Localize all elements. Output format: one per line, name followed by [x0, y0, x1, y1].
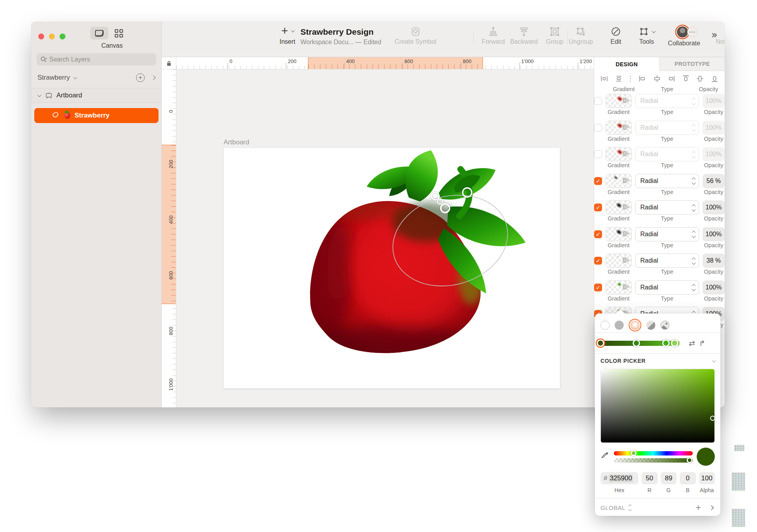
gradient-type-select[interactable]: Radial — [635, 227, 699, 241]
fill-gradient-button-selected[interactable] — [630, 321, 640, 330]
red-field[interactable]: 50 — [641, 472, 658, 484]
gradient-thumbnail[interactable] — [606, 200, 632, 215]
drawing-layer-icon — [52, 112, 60, 119]
reverse-gradient-icon[interactable]: ⇄ — [689, 340, 695, 347]
eyedropper-button[interactable] — [600, 451, 610, 462]
chevron-right-icon[interactable] — [709, 505, 714, 510]
opacity-field[interactable]: 100% — [703, 94, 725, 108]
add-page-button[interactable]: + — [136, 73, 145, 82]
alpha-handle[interactable] — [687, 457, 693, 463]
hue-handle[interactable] — [631, 450, 637, 456]
gradient-stop[interactable] — [634, 341, 639, 346]
add-global-color-button[interactable]: + — [695, 502, 701, 513]
opacity-field[interactable]: 100% — [703, 200, 725, 215]
align-left-icon[interactable] — [638, 75, 647, 83]
gradient-type-select[interactable]: Radial — [635, 200, 699, 215]
fill-none-button[interactable] — [600, 321, 610, 330]
components-grid-icon[interactable] — [115, 29, 123, 37]
toolbar-overflow-button[interactable]: » — [711, 29, 718, 41]
search-input[interactable] — [49, 56, 153, 63]
opacity-field[interactable]: 100% — [703, 121, 725, 135]
ruler-vertical[interactable]: 02004006008001'000 — [162, 69, 176, 407]
gradient-enabled-checkbox[interactable] — [594, 97, 602, 105]
gradient-enabled-checkbox[interactable] — [594, 150, 602, 158]
insert-button[interactable]: + Insert — [274, 26, 301, 45]
layer-list-item-artboard[interactable]: Artboard — [31, 88, 161, 103]
gradient-type-select[interactable]: Radial — [635, 254, 699, 268]
align-bottom-icon[interactable] — [710, 75, 719, 83]
canvas-view-button[interactable] — [90, 27, 108, 39]
create-symbol-button[interactable]: Create Symbol — [392, 26, 439, 45]
artboard-icon — [45, 91, 53, 99]
green-field[interactable]: 89 — [661, 472, 677, 484]
gradient-thumbnail[interactable] — [606, 121, 632, 135]
search-field[interactable] — [37, 53, 156, 65]
stepper-chevrons-icon — [692, 204, 695, 211]
gradient-enabled-checkbox[interactable] — [594, 177, 602, 185]
artboard-canvas-label[interactable]: Artboard — [224, 138, 249, 146]
tab-design[interactable]: DESIGN — [594, 57, 659, 71]
zoom-window-button[interactable] — [60, 34, 65, 39]
hue-slider[interactable] — [614, 451, 693, 455]
align-middle-vertical-icon[interactable] — [696, 75, 704, 83]
alpha-field[interactable]: 100 — [699, 472, 715, 484]
gradient-enabled-checkbox[interactable] — [594, 230, 602, 238]
sort-chevrons-icon[interactable] — [629, 505, 631, 511]
gradient-thumbnail[interactable] — [606, 280, 632, 295]
alpha-slider[interactable] — [614, 458, 693, 463]
ruler-lock-corner[interactable] — [162, 57, 176, 69]
opacity-field[interactable]: 38 % — [703, 254, 725, 268]
gradient-type-select[interactable]: Radial — [635, 121, 699, 135]
distribute-vertically-icon[interactable] — [615, 75, 623, 83]
close-window-button[interactable] — [38, 34, 44, 39]
gradient-type-select[interactable]: Radial — [635, 174, 699, 188]
gradient-handle[interactable] — [432, 192, 439, 200]
gradient-thumbnail[interactable] — [606, 94, 632, 108]
opacity-field[interactable]: 100% — [703, 227, 725, 241]
fill-image-button[interactable] — [660, 321, 669, 330]
opacity-field[interactable]: 100% — [703, 147, 725, 161]
hex-field[interactable]: # 325900 — [600, 472, 638, 484]
minimize-window-button[interactable] — [49, 34, 55, 39]
artboard[interactable] — [224, 148, 560, 388]
saturation-handle[interactable] — [710, 416, 715, 421]
chevron-right-icon[interactable] — [151, 75, 155, 80]
gradient-type-select[interactable]: Radial — [635, 147, 699, 161]
more-options-icon[interactable] — [629, 75, 632, 83]
rotate-gradient-icon[interactable]: ↱ — [699, 340, 705, 347]
gradient-enabled-checkbox[interactable] — [594, 124, 602, 132]
gradient-stop[interactable] — [663, 341, 668, 346]
blue-field[interactable]: 0 — [680, 472, 696, 484]
opacity-field[interactable]: 56 % — [703, 174, 725, 188]
gradient-enabled-checkbox[interactable] — [594, 284, 602, 291]
gradient-handle[interactable] — [438, 199, 443, 204]
layer-list-item-strawberry-selected[interactable]: Strawberry — [34, 108, 158, 123]
canvas-area[interactable]: 02004006008001'0001'200 02004006008001'0… — [162, 57, 594, 407]
strawberry-artwork[interactable] — [224, 148, 560, 388]
ruler-horizontal[interactable]: 02004006008001'0001'200 — [176, 57, 594, 69]
gradient-thumbnail[interactable] — [606, 174, 632, 188]
collaborate-button[interactable]: ••• Collaborate — [660, 26, 708, 47]
gradient-type-select[interactable]: Radial — [635, 94, 699, 108]
gradient-thumbnail[interactable] — [606, 147, 632, 161]
gradient-stop[interactable] — [672, 341, 677, 346]
distribute-horizontally-icon[interactable] — [600, 75, 608, 83]
gradient-type-select[interactable]: Radial — [635, 280, 699, 295]
gradient-enabled-checkbox[interactable] — [594, 257, 602, 265]
gradient-stop[interactable] — [598, 341, 603, 346]
gradient-thumbnail[interactable] — [606, 254, 632, 268]
page-name[interactable]: Strawberry — [37, 74, 70, 82]
fill-pattern-button[interactable] — [646, 321, 655, 330]
fill-solid-button[interactable] — [615, 321, 624, 330]
align-right-icon[interactable] — [667, 75, 675, 83]
align-center-horizontal-icon[interactable] — [653, 75, 661, 83]
align-top-icon[interactable] — [682, 75, 690, 83]
opacity-field[interactable]: 100% — [703, 280, 725, 295]
gradient-stop-track[interactable] — [600, 341, 680, 346]
tab-prototype[interactable]: PROTOTYPE — [659, 57, 725, 71]
color-picker-header[interactable]: COLOR PICKER — [600, 354, 715, 368]
disclosure-chevron-icon[interactable] — [37, 93, 41, 97]
gradient-thumbnail[interactable] — [606, 227, 632, 241]
saturation-brightness-field[interactable] — [600, 369, 715, 443]
gradient-enabled-checkbox[interactable] — [594, 203, 602, 211]
